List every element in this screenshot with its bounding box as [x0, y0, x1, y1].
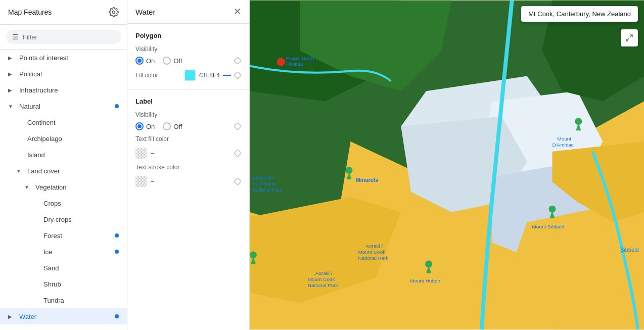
collapse-arrow: ▼	[8, 102, 16, 110]
sidebar-item-label: Tundra	[43, 297, 64, 304]
sidebar-item-archipelago[interactable]: Archipelago	[0, 130, 127, 147]
svg-rect-2	[234, 72, 241, 79]
diamond-icon[interactable]	[234, 150, 241, 157]
sidebar-item-points-of-interest[interactable]: ▶Points of interest	[0, 50, 127, 66]
sidebar-item-forest[interactable]: Forest	[0, 227, 127, 244]
modified-dot	[115, 104, 119, 108]
svg-point-30	[575, 118, 582, 125]
no-arrow	[32, 264, 40, 272]
section-heading: Polygon	[135, 32, 241, 39]
left-panel: Map Features ☰ ▶Points of interest▶Polit…	[0, 0, 127, 330]
diamond-icon[interactable]	[234, 123, 241, 130]
field-block-text-stroke-color: Text stroke color–	[135, 164, 241, 187]
color-swatch[interactable]	[185, 70, 196, 81]
radio-label: On	[146, 57, 155, 65]
filter-bar: ☰	[0, 25, 127, 50]
radio-option-off[interactable]: Off	[163, 122, 182, 130]
radio-circle	[135, 122, 144, 130]
sidebar-item-background[interactable]: Background	[0, 324, 127, 330]
svg-rect-1	[234, 57, 241, 64]
filter-input[interactable]	[23, 33, 115, 41]
sidebar-item-ice[interactable]: Ice	[0, 244, 127, 260]
no-arrow	[32, 248, 40, 256]
sidebar-item-island[interactable]: Island	[0, 147, 127, 163]
radio-circle	[163, 57, 171, 65]
svg-text:Mount Cook: Mount Cook	[358, 249, 385, 255]
radio-circle	[163, 122, 171, 130]
diamond-icon[interactable]	[234, 57, 241, 64]
color-dash-value: –	[151, 178, 230, 185]
field-label-text-stroke-color: Text stroke color	[135, 164, 241, 171]
sidebar-item-label: Sand	[43, 264, 59, 272]
svg-text:Mount Cook: Mount Cook	[308, 276, 335, 282]
diamond-icon[interactable]	[234, 72, 241, 79]
sidebar-item-infrastructure[interactable]: ▶Infrastructure	[0, 82, 127, 98]
map-search-box[interactable]: Mt Cook, Canterbury, New Zealand	[521, 6, 638, 22]
no-arrow	[32, 296, 40, 304]
svg-line-53	[626, 38, 629, 41]
svg-point-42	[250, 252, 257, 259]
no-arrow	[16, 134, 24, 143]
close-icon[interactable]: ✕	[234, 7, 241, 16]
sidebar-item-label: Vegetation	[35, 183, 66, 191]
map-svg: WEST COAST CANTERBURY WEST COAST CANTERB…	[250, 0, 644, 330]
svg-point-23	[277, 58, 285, 66]
radio-option-on[interactable]: On	[135, 122, 155, 130]
modified-dot	[115, 233, 119, 238]
svg-rect-3	[234, 123, 241, 130]
sidebar-item-continent[interactable]: Continent	[0, 114, 127, 130]
sidebar-item-label: Shrub	[43, 280, 61, 288]
color-swatch-checker[interactable]	[135, 148, 147, 159]
gear-icon[interactable]	[109, 7, 119, 17]
sidebar-item-label: Points of interest	[19, 54, 68, 62]
sidebar-item-tundra[interactable]: Tundra	[0, 292, 127, 308]
field-label-text-fill-color: Text fill color	[135, 135, 241, 143]
color-swatch-checker[interactable]	[135, 176, 147, 187]
filter-icon: ☰	[12, 33, 19, 41]
svg-text:Mount: Mount	[557, 136, 571, 142]
sidebar-item-label: Dry crops	[43, 216, 72, 223]
expand-icon	[625, 34, 633, 42]
section-polygon: PolygonVisibilityOnOffFill color43E8F4	[127, 24, 249, 89]
svg-text:Franz Josef: Franz Josef	[286, 56, 314, 61]
sidebar-item-label: Water	[19, 313, 36, 320]
svg-text:D'Archiac: D'Archiac	[552, 142, 573, 148]
sidebar-item-crops[interactable]: Crops	[0, 195, 127, 211]
radio-label: Off	[173, 123, 182, 130]
color-field-label: Fill color	[135, 72, 158, 79]
panel-title: Map Features	[8, 8, 52, 16]
map-expand-button[interactable]	[621, 29, 638, 46]
sidebar-item-label: Island	[27, 151, 45, 159]
field-label-label-visibility: Visibility	[135, 111, 241, 118]
sidebar-item-sand[interactable]: Sand	[0, 260, 127, 276]
sidebar-item-natural[interactable]: ▼Natural	[0, 98, 127, 114]
color-dash-row: –	[135, 176, 241, 187]
section-heading: Label	[135, 98, 241, 105]
color-dash-value: –	[151, 150, 230, 157]
radio-option-on[interactable]: On	[135, 57, 155, 65]
svg-text:Aoraki /: Aoraki /	[315, 270, 333, 276]
sidebar-item-land-cover[interactable]: ▼Land cover	[0, 163, 127, 179]
expand-arrow: ▶	[8, 86, 16, 94]
color-value: 43E8F4	[199, 72, 220, 79]
svg-text:National Park: National Park	[308, 282, 338, 288]
no-arrow	[16, 118, 24, 126]
field-label-visibility: Visibility	[135, 45, 241, 53]
sidebar-item-label: Crops	[43, 200, 61, 207]
sidebar-item-shrub[interactable]: Shrub	[0, 276, 127, 292]
mid-panel-header: Water ✕	[127, 0, 249, 24]
dash-icon	[223, 75, 231, 76]
sidebar-item-political[interactable]: ▶Political	[0, 66, 127, 82]
svg-point-50	[425, 261, 432, 268]
sidebar-item-label: Continent	[27, 119, 56, 126]
svg-rect-5	[234, 178, 241, 185]
svg-rect-4	[234, 150, 241, 157]
radio-option-off[interactable]: Off	[163, 57, 182, 65]
sidebar-item-water[interactable]: ▶Water	[0, 308, 127, 324]
svg-text:Aoraki /: Aoraki /	[365, 243, 383, 249]
svg-point-27	[346, 167, 353, 174]
diamond-icon[interactable]	[234, 178, 241, 185]
collapse-arrow: ▼	[24, 183, 32, 191]
sidebar-item-dry-crops[interactable]: Dry crops	[0, 211, 127, 227]
sidebar-item-vegetation[interactable]: ▼Vegetation	[0, 179, 127, 195]
